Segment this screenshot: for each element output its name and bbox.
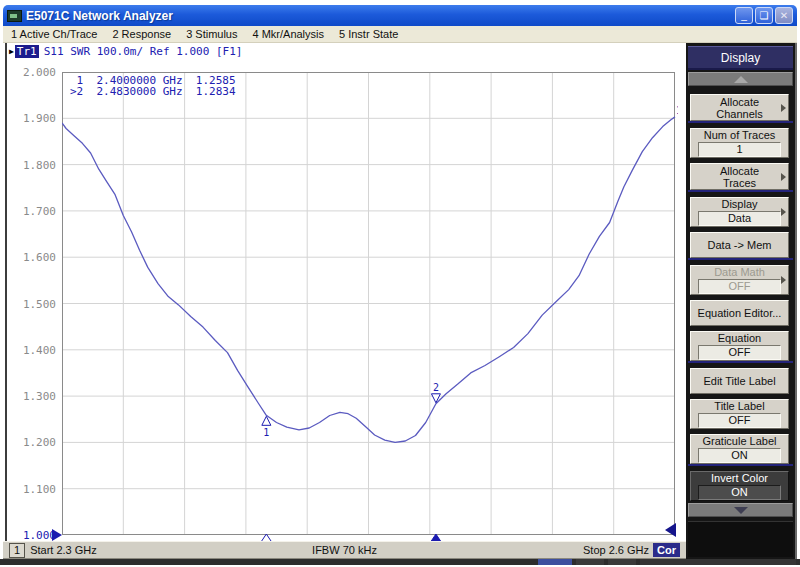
app-icon — [7, 10, 22, 22]
taskbar-segment — [608, 559, 636, 565]
reference-level-arrow-icon[interactable] — [52, 529, 62, 541]
softkey-scroll-up-button[interactable] — [688, 72, 793, 86]
y-axis-tick-label: 1.700 — [8, 205, 56, 218]
y-axis-tick-label: 1.600 — [8, 251, 56, 264]
softkey-value: 1 — [698, 142, 781, 157]
softkey-equation-editor[interactable]: Equation Editor... — [690, 300, 789, 326]
marker-readout-row: >2 2.4830000 GHz 1.2834 — [70, 86, 236, 97]
restore-button[interactable]: ❏ — [755, 7, 773, 24]
correction-status-badge: Cor — [653, 543, 680, 557]
taskbar-segment — [576, 559, 604, 565]
y-axis-tick-label: 1.800 — [8, 159, 56, 172]
softkey-label: Data -> Mem — [708, 239, 772, 251]
marker-2-number: 2 — [433, 382, 439, 393]
softkey-value: ON — [698, 485, 781, 500]
softkey-data-to-mem[interactable]: Data -> Mem — [690, 232, 789, 258]
menu-item-mkr-analysis[interactable]: 4 Mkr/Analysis — [252, 28, 324, 40]
window-title: E5071C Network Analyzer — [26, 9, 733, 23]
menu-item-stimulus[interactable]: 3 Stimulus — [186, 28, 237, 40]
triangle-up-icon — [734, 76, 748, 83]
submenu-arrow-icon — [781, 104, 786, 112]
y-axis-tick-label: 1.200 — [8, 436, 56, 449]
trace-end-number: 1 — [676, 105, 678, 116]
softkey-label: Data Math — [714, 266, 765, 278]
softkey-label: Edit Title Label — [703, 375, 775, 387]
taskbar-segment — [538, 559, 572, 565]
submenu-arrow-icon — [781, 276, 786, 284]
display-left-edge — [5, 43, 7, 541]
softkey-invert-color[interactable]: Invert ColorON — [690, 471, 789, 501]
softkey-label: Graticule Label — [703, 435, 777, 447]
softkey-equation[interactable]: EquationOFF — [690, 331, 789, 361]
triangle-down-icon — [734, 507, 748, 514]
y-axis-tick-label: 1.100 — [8, 483, 56, 496]
y-axis-tick-label: 1.900 — [8, 112, 56, 125]
menu-item-active-ch-trace[interactable]: 1 Active Ch/Trace — [11, 28, 97, 40]
softkey-menu-title: Display — [688, 46, 793, 70]
plot-area[interactable]: 112 — [62, 72, 678, 550]
marker-readout: 1 2.4000000 GHz 1.2585>2 2.4830000 GHz 1… — [70, 75, 236, 97]
menu-item-response[interactable]: 2 Response — [112, 28, 171, 40]
softkey-label: Channels — [716, 108, 762, 120]
marker-1-number: 1 — [263, 427, 269, 438]
softkey-list: AllocateChannelsNum of Traces1AllocateTr… — [686, 89, 795, 501]
softkey-label: Equation Editor... — [698, 307, 782, 319]
softkey-edit-title-label[interactable]: Edit Title Label — [690, 368, 789, 394]
softkey-label: Allocate — [720, 165, 759, 177]
trace-number-chip: Tr1 — [15, 45, 39, 58]
sidebar-empty-panel — [688, 521, 793, 557]
softkey-graticule-label[interactable]: Graticule LabelON — [690, 434, 789, 464]
minimize-button[interactable]: _ — [735, 7, 753, 24]
close-button[interactable]: ✕ — [775, 7, 793, 24]
taskbar-segment — [640, 559, 796, 565]
stop-frequency-label: Stop 2.6 GHz — [583, 544, 649, 556]
y-axis-tick-label: 1.400 — [8, 344, 56, 357]
active-marker-edge-icon — [665, 523, 676, 537]
softkey-label: Title Label — [714, 400, 764, 412]
screen: E5071C Network Analyzer _ ❏ ✕ 1 Active C… — [0, 0, 800, 567]
trace-format-text: S11 SWR 100.0m/ Ref 1.000 [F1] — [44, 45, 243, 58]
softkey-sidebar: Display AllocateChannelsNum of Traces1Al… — [686, 43, 797, 559]
softkey-data-math[interactable]: Data MathOFF — [690, 265, 789, 295]
softkey-label: Invert Color — [711, 472, 768, 484]
submenu-arrow-icon — [781, 173, 786, 181]
menu-item-instr-state[interactable]: 5 Instr State — [339, 28, 398, 40]
trace-status-line[interactable]: ▶ Tr1 S11 SWR 100.0m/ Ref 1.000 [F1] — [9, 45, 242, 58]
softkey-title-label[interactable]: Title LabelOFF — [690, 399, 789, 429]
y-axis-tick-label: 1.300 — [8, 390, 56, 403]
softkey-value: OFF — [698, 413, 781, 428]
y-axis-tick-label: 1.500 — [8, 298, 56, 311]
softkey-allocate-traces[interactable]: AllocateTraces — [690, 163, 789, 190]
status-bar: 1 Start 2.3 GHz IFBW 70 kHz Stop 2.6 GHz… — [3, 541, 686, 559]
menu-bar: 1 Active Ch/Trace2 Response3 Stimulus4 M… — [3, 26, 797, 43]
submenu-arrow-icon — [781, 208, 786, 216]
y-axis-tick-label: 2.000 — [8, 66, 56, 79]
window-titlebar: E5071C Network Analyzer _ ❏ ✕ — [3, 5, 797, 26]
softkey-value: OFF — [698, 345, 781, 360]
softkey-value: OFF — [698, 279, 781, 294]
softkey-label: Equation — [718, 332, 761, 344]
softkey-label: Traces — [723, 177, 756, 189]
active-trace-arrow-icon: ▶ — [9, 47, 14, 56]
softkey-display[interactable]: DisplayData — [690, 197, 789, 227]
softkey-value: ON — [698, 448, 781, 463]
softkey-label: Display — [721, 198, 757, 210]
taskbar-edge — [0, 559, 800, 565]
softkey-label: Num of Traces — [704, 129, 776, 141]
softkey-value: Data — [698, 211, 781, 226]
softkey-allocate-channels[interactable]: AllocateChannels — [690, 94, 789, 121]
swr-chart[interactable]: 112 — [62, 72, 678, 550]
softkey-scroll-down-button[interactable] — [688, 503, 793, 517]
softkey-num-of-traces[interactable]: Num of Traces1 — [690, 128, 789, 158]
softkey-label: Allocate — [720, 96, 759, 108]
